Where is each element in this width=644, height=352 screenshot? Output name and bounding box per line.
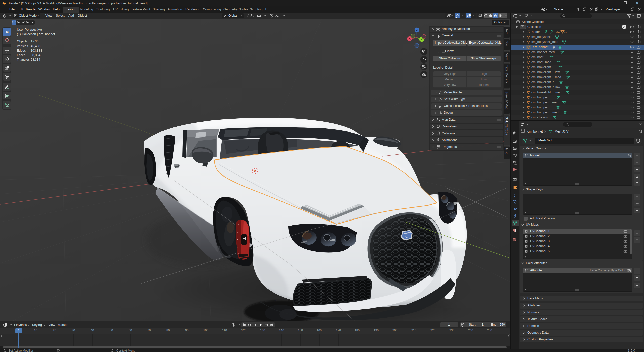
svg-text:X: X xyxy=(409,37,411,40)
svg-text:Z: Z xyxy=(416,28,418,31)
